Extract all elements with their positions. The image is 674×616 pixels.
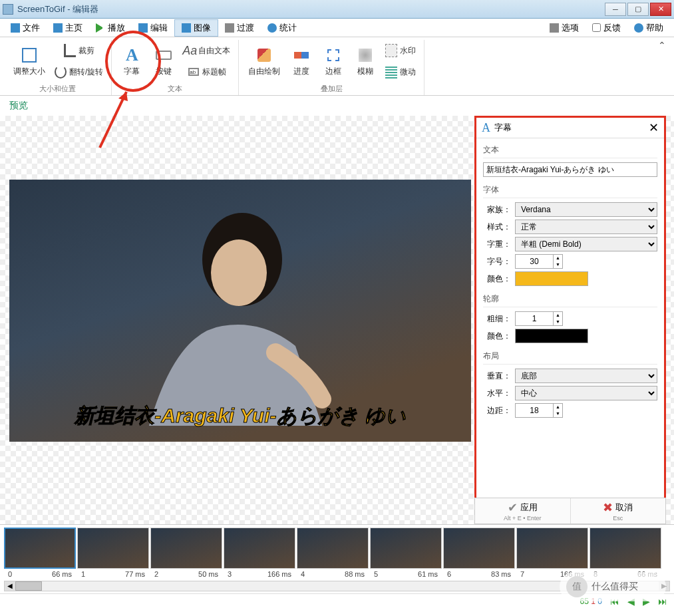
menu-feedback[interactable]: 反馈 [586, 20, 627, 36]
caption-text-input[interactable] [483, 162, 657, 177]
cancel-button[interactable]: ✖取消 Esc [571, 498, 666, 524]
app-icon [3, 4, 13, 15]
ribbon-collapse[interactable]: ⌃ [658, 40, 666, 51]
font-style-select[interactable]: 正常 [515, 220, 657, 234]
vertical-align-select[interactable]: 底部 [515, 369, 657, 383]
font-weight-select[interactable]: 半粗 (Demi Bold) [515, 237, 657, 251]
timeline-frame[interactable]: 177 ms [77, 528, 149, 579]
check-icon: ✔ [508, 500, 518, 515]
window-title: ScreenToGif - 编辑器 [17, 3, 603, 15]
caption-overlay: 新垣结衣-Aragaki Yui-あらがき ゆい [75, 402, 406, 430]
x-icon: ✖ [603, 500, 613, 515]
preview-subject [109, 200, 335, 426]
horizontal-align-select[interactable]: 中心 [515, 386, 657, 400]
ribbon-titleframe[interactable]: ab标题帧 [180, 61, 234, 82]
preview-frame[interactable]: 新垣结衣-Aragaki Yui-あらがき ゆい [9, 180, 471, 442]
main-area: 新垣结衣-Aragaki Yui-あらがき ゆい A 字幕 ✕ 文本 字体 家族… [0, 116, 674, 524]
feedback-checkbox[interactable] [592, 23, 601, 32]
menu-edit[interactable]: 编辑 [132, 20, 174, 36]
menu-transition[interactable]: 过渡 [218, 20, 261, 36]
ribbon-resize[interactable]: 调整大小 [8, 40, 51, 82]
menu-file[interactable]: 文件 [4, 20, 47, 36]
font-family-select[interactable]: Verdana [515, 202, 657, 217]
outline-color-picker[interactable] [515, 329, 588, 343]
caption-panel-close[interactable]: ✕ [649, 120, 659, 135]
menu-stats[interactable]: 统计 [261, 20, 303, 36]
menu-home[interactable]: 主页 [47, 20, 89, 36]
gear-icon [550, 23, 559, 33]
menu-options[interactable]: 选项 [543, 20, 586, 36]
timeline-frame[interactable]: 488 ms [297, 528, 369, 579]
font-size-stepper[interactable]: 30▲▼ [515, 254, 563, 269]
outline-thickness-stepper[interactable]: 1▲▼ [515, 311, 563, 326]
menubar: 文件 主页 播放 编辑 图像 过渡 统计 选项 反馈 帮助 [0, 19, 674, 37]
menu-play[interactable]: 播放 [89, 20, 132, 36]
ribbon-progress[interactable]: 进度 [285, 40, 317, 82]
caption-panel-icon: A [482, 121, 490, 135]
preview-label: 预览 [0, 96, 674, 116]
caption-panel: A 字幕 ✕ 文本 字体 家族：Verdana 样式：正常 字重：半粗 (Dem… [474, 116, 666, 510]
ribbon-micro[interactable]: 微动 [381, 61, 420, 82]
menu-help[interactable]: 帮助 [627, 20, 670, 36]
ribbon-blur[interactable]: 模糊 [349, 40, 381, 82]
watermark-badge: 值 什么值得买 [560, 572, 666, 601]
ribbon-freetext[interactable]: Aa自由文本 [180, 40, 234, 61]
timeline-frame[interactable]: 250 ms [150, 528, 222, 579]
timeline-frame[interactable]: 066 ms [4, 528, 76, 579]
font-color-picker[interactable] [515, 271, 588, 286]
apply-button[interactable]: ✔应用 Alt + E • Enter [475, 498, 571, 524]
close-button[interactable]: ✕ [650, 3, 671, 16]
ribbon-crop[interactable]: 裁剪 [51, 40, 107, 61]
timeline-frame[interactable]: 3166 ms [224, 528, 295, 579]
ribbon-keys[interactable]: 按键 [148, 40, 180, 82]
help-icon [634, 23, 643, 33]
timeline-frame[interactable]: 683 ms [443, 528, 515, 579]
ribbon: 调整大小 裁剪 翻转/旋转 大小和位置 A字幕 按键 Aa自由文本 ab标题帧 … [0, 37, 674, 96]
ribbon-draw[interactable]: 自由绘制 [243, 40, 285, 82]
titlebar: ScreenToGif - 编辑器 ─ ▢ ✕ [0, 0, 674, 19]
ribbon-watermark[interactable]: 水印 [381, 40, 420, 61]
menu-image[interactable]: 图像 [174, 19, 218, 37]
ribbon-rotate[interactable]: 翻转/旋转 [51, 61, 107, 82]
maximize-button[interactable]: ▢ [627, 3, 649, 16]
ribbon-border[interactable]: 边框 [317, 40, 349, 82]
svg-point-3 [211, 239, 267, 306]
minimize-button[interactable]: ─ [605, 3, 626, 16]
caption-panel-title: 字幕 [494, 122, 649, 134]
play-icon [96, 23, 105, 33]
caption-icon: A [126, 45, 138, 65]
timeline-frame[interactable]: 561 ms [370, 528, 442, 579]
apply-bar: ✔应用 Alt + E • Enter ✖取消 Esc [474, 498, 666, 524]
ribbon-caption[interactable]: A字幕 [116, 40, 148, 82]
margin-stepper[interactable]: 18▲▼ [515, 403, 563, 418]
